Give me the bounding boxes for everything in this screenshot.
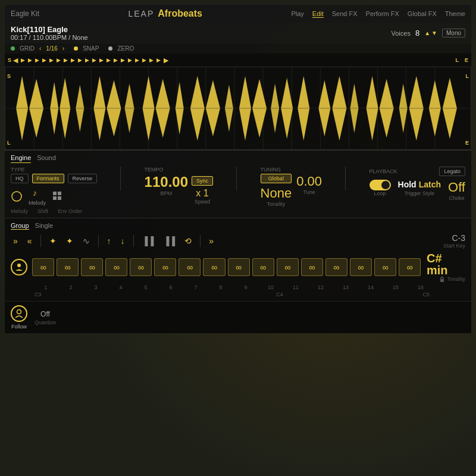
pad-num-15: 15: [384, 284, 407, 290]
reverse-button[interactable]: Reverse: [68, 174, 98, 183]
pad-2[interactable]: ∞: [57, 258, 79, 276]
marker-10: ▶: [85, 57, 89, 63]
tuning-group: TUNING Global None Tonality 0.00 Tune: [261, 167, 322, 207]
block-btn2[interactable]: ▐▐: [161, 235, 177, 247]
tune-value[interactable]: 0.00: [296, 174, 322, 189]
pad-5[interactable]: ∞: [130, 258, 152, 276]
pad-9[interactable]: ∞: [228, 258, 250, 276]
pad-7[interactable]: ∞: [178, 258, 201, 276]
choke-value[interactable]: Off: [448, 180, 465, 195]
melody-icon-item[interactable]: ♪ Melody: [29, 187, 46, 206]
pad-6-infinity: ∞: [162, 262, 168, 272]
latch-label[interactable]: Latch: [419, 180, 441, 189]
ctrl-divider4: [200, 235, 201, 247]
pad-7-infinity: ∞: [187, 262, 193, 272]
snap-label: SNAP: [83, 45, 99, 52]
hold-label: Hold: [398, 180, 416, 189]
hq-button[interactable]: HQ: [11, 174, 29, 183]
voices-value: 8: [415, 29, 419, 37]
waveform-l-right: L: [466, 73, 469, 79]
marker-12: ▶: [99, 57, 104, 63]
pad-14[interactable]: ∞: [350, 258, 372, 276]
bpm-box: 110.00 BPM: [145, 174, 188, 196]
legato-button[interactable]: Legato: [439, 167, 465, 176]
pad-8-infinity: ∞: [211, 262, 217, 272]
up-arrow-btn[interactable]: ↑: [105, 235, 114, 247]
pad-10[interactable]: ∞: [252, 258, 274, 276]
pad-num-6: 6: [159, 284, 182, 290]
app-name: Afrobeats: [158, 8, 202, 19]
quantize-value[interactable]: Off: [40, 310, 50, 318]
follow-icon-svg: [15, 263, 23, 271]
melody-sub-label: Melody: [11, 208, 28, 214]
marker-3: ▶: [35, 57, 39, 63]
voices-arrows[interactable]: ▲ ▼: [424, 30, 437, 36]
speed-value[interactable]: x 1: [196, 188, 208, 199]
tab-group[interactable]: Group: [11, 222, 29, 230]
grid-value[interactable]: 1/16: [46, 45, 57, 52]
nav-theme[interactable]: Theme: [445, 10, 465, 18]
tab-sound[interactable]: Sound: [37, 154, 56, 163]
wave-btn[interactable]: ∿: [80, 235, 92, 247]
voices-down[interactable]: ▼: [431, 30, 437, 36]
pad-15[interactable]: ∞: [374, 258, 396, 276]
nav-global-fx[interactable]: Global FX: [408, 10, 437, 18]
c5-label: C5: [422, 292, 430, 298]
tab-single[interactable]: Single: [35, 222, 54, 230]
bpm-value[interactable]: 110.00: [145, 174, 188, 190]
svg-rect-46: [53, 192, 57, 195]
type-controls: HQ Formants Reverse: [11, 174, 97, 183]
markers-row: S ◀ ▶ ▶ ▶ ▶ ▶ ▶ ▶ ▶ ▶ ▶ ▶ ▶ ▶ ▶ ▶ ▶ ▶: [5, 54, 471, 67]
global-button[interactable]: Global: [261, 174, 292, 183]
tonality-value[interactable]: None: [261, 186, 292, 201]
block-btn1[interactable]: ▐▐: [140, 235, 156, 247]
env-order-label: Env Order: [58, 208, 82, 214]
grid-arrow-left[interactable]: ‹: [39, 45, 41, 52]
pad-11[interactable]: ∞: [277, 258, 299, 276]
pad-12[interactable]: ∞: [301, 258, 323, 276]
sync-button[interactable]: Sync: [192, 176, 213, 186]
nav-edit[interactable]: Edit: [312, 10, 324, 18]
mono-button[interactable]: Mono: [442, 29, 465, 37]
grid-icon-item[interactable]: [52, 190, 64, 202]
kit-name: Eagle Kit: [11, 10, 39, 18]
tonality-display: C# min: [427, 252, 465, 276]
down-arrow-btn[interactable]: ↓: [118, 235, 127, 247]
pad-13[interactable]: ∞: [325, 258, 347, 276]
follow-button[interactable]: [11, 305, 27, 322]
follow-pad-icon: [11, 259, 27, 275]
nav-perform-fx[interactable]: Perform FX: [366, 10, 399, 18]
voices-up[interactable]: ▲: [424, 30, 430, 36]
marker-5: ▶: [49, 57, 54, 63]
grid-label: GRID: [20, 45, 35, 52]
pad-8[interactable]: ∞: [203, 258, 225, 276]
pad-1[interactable]: ∞: [32, 258, 54, 276]
sparkle-btn1[interactable]: ✦: [47, 235, 59, 247]
tonality-box: None Tonality: [261, 186, 292, 207]
fast-forward-btn[interactable]: »: [11, 235, 20, 247]
sparkle-btn2[interactable]: ✦: [64, 235, 76, 247]
formants-button[interactable]: Formants: [32, 174, 64, 183]
follow-icon[interactable]: [11, 259, 27, 275]
loop-toggle[interactable]: [369, 180, 391, 190]
end-btn[interactable]: »: [206, 235, 216, 247]
circle-icon-item[interactable]: [11, 190, 23, 202]
pad-16[interactable]: ∞: [399, 258, 421, 276]
playback-label: PLAYBACK: [369, 168, 397, 174]
marker-20: ▶: [156, 57, 161, 63]
pad-num-2: 2: [60, 284, 82, 290]
main-waveform[interactable]: S L L E: [5, 67, 471, 150]
pad-6[interactable]: ∞: [154, 258, 176, 276]
fast-back-btn[interactable]: «: [25, 235, 35, 247]
start-key-value: C-3: [452, 233, 465, 243]
ctrl-divider3: [133, 235, 134, 247]
nav-send-fx[interactable]: Send FX: [332, 10, 358, 18]
nav-play[interactable]: Play: [291, 10, 303, 18]
tonality-area: C# min Tonality: [427, 252, 465, 282]
pad-3[interactable]: ∞: [81, 258, 103, 276]
cycle-btn[interactable]: ⟲: [182, 235, 194, 247]
tab-engine[interactable]: Engine: [11, 154, 31, 163]
grid-arrow-right[interactable]: ›: [62, 45, 64, 52]
pad-4[interactable]: ∞: [105, 258, 127, 276]
marker-2: ▶: [28, 57, 32, 63]
